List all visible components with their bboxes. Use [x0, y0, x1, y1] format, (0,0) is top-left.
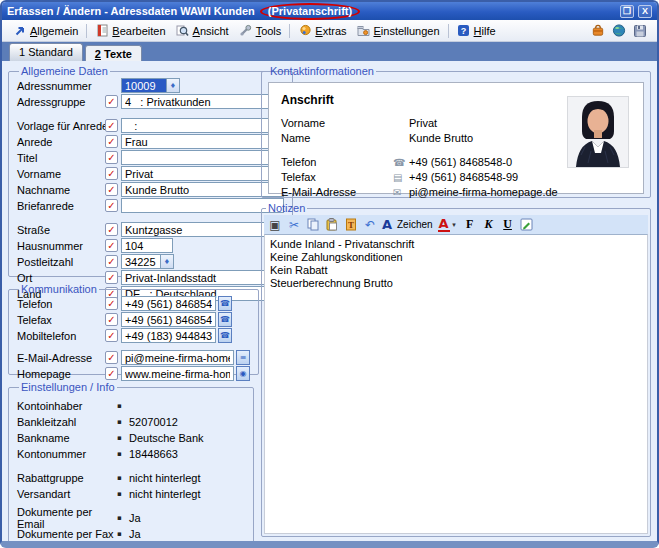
bankname-value: Deutsche Bank	[129, 432, 204, 444]
dial-fax-button[interactable]: ☎	[218, 312, 232, 327]
italic-icon[interactable]: K	[482, 218, 496, 232]
edit-check-icon[interactable]: ✓	[105, 351, 118, 364]
tools-icon	[239, 24, 253, 38]
edit-check-icon[interactable]: ✓	[105, 367, 118, 380]
edit-check-icon[interactable]: ✓	[105, 167, 118, 180]
adressgruppe-input[interactable]	[121, 94, 271, 109]
arrow-ne-icon	[13, 24, 27, 38]
versandart-value: nicht hinterlegt	[129, 488, 201, 500]
menu-einstellungen-label: Einstellungen	[374, 25, 440, 37]
kontakt-telefax-value: +49 (561) 8468548-99	[409, 171, 518, 183]
edit-check-icon[interactable]: ✓	[105, 183, 118, 196]
fieldset-allgemeine-daten: Allgemeine Daten Adressnummer ♦ Adressgr…	[8, 65, 293, 277]
restore-button[interactable]: ❐	[620, 5, 634, 18]
field-row-postleitzahl: Postleitzahl ✓ ♦	[17, 254, 284, 269]
email-input[interactable]	[121, 350, 234, 365]
menu-einstellungen[interactable]: Einstellungen	[352, 22, 445, 40]
dokumente-email-label: Dokumente per Email	[17, 506, 117, 530]
edit-check-icon[interactable]: ✓	[105, 297, 118, 310]
send-email-button[interactable]: ≡	[236, 350, 250, 365]
font-color-icon[interactable]: A	[438, 217, 450, 232]
font-icon[interactable]: A	[382, 218, 392, 232]
kontonummer-value: 18448663	[129, 448, 178, 460]
contact-photo	[567, 96, 629, 168]
undo-icon[interactable]: ↶	[363, 218, 377, 232]
kontakt-row-email: E-Mail-Adresse ✉ pi@meine-firma-homepage…	[281, 185, 631, 199]
edit-check-icon[interactable]: ✓	[105, 329, 118, 342]
menu-tools[interactable]: Tools	[234, 22, 287, 40]
vorlage-input[interactable]	[121, 118, 271, 133]
rabattgruppe-value: nicht hinterlegt	[129, 472, 201, 484]
dial-mobile-button[interactable]: ☎	[218, 328, 232, 343]
copy-icon[interactable]	[306, 218, 320, 232]
edit-check-icon[interactable]: ✓	[105, 95, 118, 108]
mobiltelefon-input[interactable]	[121, 328, 216, 343]
zeichen-label[interactable]: Zeichen	[397, 219, 433, 230]
edit-check-icon[interactable]: ✓	[105, 199, 118, 212]
notes-text-area[interactable]: Kunde Inland - Privatanschrift Keine Zah…	[264, 234, 648, 534]
edit-note-icon[interactable]	[520, 218, 534, 232]
nachname-input[interactable]	[121, 182, 284, 197]
telefon-input[interactable]	[121, 296, 216, 311]
edit-check-icon[interactable]: ✓	[105, 135, 118, 148]
edit-check-icon[interactable]: ✓	[105, 255, 118, 268]
kontakt-telefon-value: +49 (561) 8468548-0	[409, 156, 512, 168]
info-row-bankleitzahl: Bankleitzahl ▪ 52070012	[17, 414, 245, 429]
note-line: Keine Zahlungskonditionen	[270, 251, 642, 264]
field-row-homepage: Homepage ✓ ◉	[17, 366, 250, 381]
menu-bearbeiten[interactable]: Bearbeiten	[90, 22, 170, 40]
strasse-input[interactable]	[121, 222, 271, 237]
menu-tools-label: Tools	[256, 25, 282, 37]
font-color-caret-icon[interactable]: ▾	[451, 218, 458, 232]
open-homepage-button[interactable]: ◉	[236, 366, 250, 381]
mobiltelefon-label: Mobiltelefon	[17, 330, 105, 342]
kontakt-card: Anschrift Vorname Privat Name Kunde Brut…	[268, 82, 644, 194]
bag-icon[interactable]	[591, 24, 605, 38]
close-button[interactable]: X	[638, 5, 652, 18]
hausnummer-input[interactable]	[121, 238, 173, 253]
titel-input[interactable]	[121, 150, 284, 165]
telefax-label: Telefax	[17, 314, 105, 326]
frame-icon[interactable]: ▣	[268, 218, 282, 232]
menu-hilfe[interactable]: ? Hilfe	[452, 22, 501, 40]
edit-check-icon[interactable]: ✓	[105, 119, 118, 132]
globe-icon[interactable]	[612, 24, 626, 38]
tab-standard[interactable]: 1 Standard	[9, 43, 83, 61]
paste-icon[interactable]	[325, 218, 339, 232]
postleitzahl-dropdown-button[interactable]: ♦	[161, 254, 174, 269]
dial-phone-button[interactable]: ☎	[218, 296, 232, 311]
menu-extras[interactable]: Extras	[293, 22, 351, 40]
tab-texte[interactable]: 2 Texte	[85, 45, 142, 61]
underline-icon[interactable]: U	[501, 218, 515, 232]
kontonummer-label: Kontonummer	[17, 448, 117, 460]
menu-ansicht[interactable]: Ansicht	[171, 22, 234, 40]
adressnummer-spinner-button[interactable]: ♦	[167, 78, 180, 93]
right-column: Kontaktinformationen Anschrift Vorname P…	[261, 65, 651, 537]
field-row-strasse: Straße ✓ ♦	[17, 222, 284, 237]
homepage-input[interactable]	[121, 366, 234, 381]
cut-icon[interactable]: ✂	[287, 218, 301, 232]
fieldset-einstellungen-info: Einstellungen / Info Kontoinhaber ▪ Bank…	[8, 381, 254, 541]
adressnummer-input[interactable]	[121, 78, 167, 93]
field-row-briefanrede: Briefanrede ✓	[17, 198, 284, 213]
briefanrede-input[interactable]	[121, 198, 284, 213]
edit-check-icon[interactable]: ✓	[105, 223, 118, 236]
info-row-dokumente-email: Dokumente per Email ▪ Ja	[17, 510, 245, 525]
fieldset-kontaktinformationen-legend: Kontaktinformationen	[268, 65, 376, 77]
vorname-input[interactable]	[121, 166, 284, 181]
edit-check-icon[interactable]: ✓	[105, 151, 118, 164]
menu-bearbeiten-label: Bearbeiten	[112, 25, 165, 37]
edit-check-icon[interactable]: ✓	[105, 239, 118, 252]
versandart-label: Versandart	[17, 488, 117, 500]
bold-icon[interactable]: F	[463, 218, 477, 232]
postleitzahl-input[interactable]	[121, 254, 161, 269]
rabattgruppe-label: Rabattgruppe	[17, 472, 117, 484]
telefax-input[interactable]	[121, 312, 216, 327]
menu-allgemein[interactable]: Allgemein	[8, 22, 83, 40]
postleitzahl-label: Postleitzahl	[17, 256, 105, 268]
nachname-label: Nachname	[17, 184, 105, 196]
paste-text-icon[interactable]: T	[344, 218, 358, 232]
save-icon[interactable]	[633, 24, 647, 38]
anrede-input[interactable]	[121, 134, 284, 149]
edit-check-icon[interactable]: ✓	[105, 313, 118, 326]
